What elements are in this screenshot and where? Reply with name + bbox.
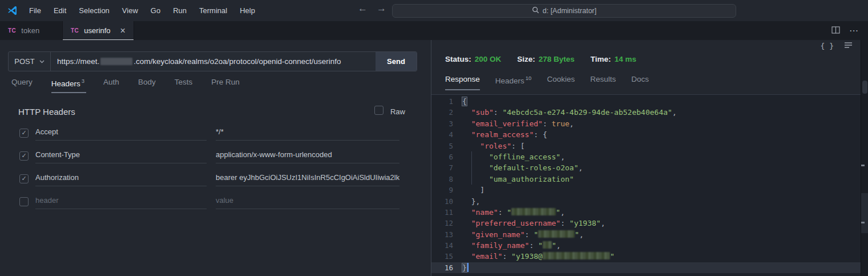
line-number: 16 (431, 262, 453, 273)
raw-checkbox[interactable] (374, 106, 383, 115)
menu-file[interactable]: File (27, 5, 43, 16)
close-icon[interactable]: × (120, 26, 126, 35)
command-center-search[interactable]: d: [Administrator] (392, 4, 736, 18)
menu-view[interactable]: View (120, 5, 140, 16)
menu-bar: FileEditSelectionViewGoRunTerminalHelp (27, 5, 257, 16)
split-editor-icon[interactable] (831, 26, 840, 36)
tab-label: userinfo (84, 26, 110, 35)
header-row: ✓Authorizationbearer eyJhbGciOiJSUzI1NiI… (19, 172, 399, 186)
request-tab-body[interactable]: Body (138, 78, 156, 93)
redacted-text (543, 241, 552, 249)
request-url-row: POST https://meet..com/keycloak/realms/o… (8, 51, 417, 71)
header-name-field[interactable]: Accept (35, 127, 207, 141)
response-tab-results[interactable]: Results (590, 75, 616, 90)
request-tab-query[interactable]: Query (11, 78, 33, 93)
code-text: "offline_access", (453, 151, 565, 162)
header-value-field[interactable]: value (216, 196, 399, 209)
minimap-slider[interactable] (861, 193, 868, 233)
header-value-field[interactable]: */* (216, 127, 399, 141)
code-line: 2 "sub": "4ebcdc5a-e274-4b29-94de-ab52eb… (431, 107, 861, 118)
status-label: Status: (445, 55, 471, 63)
header-enabled-checkbox[interactable]: ✓ (19, 129, 29, 138)
size-value: 278 Bytes (539, 55, 575, 63)
redacted-host (100, 58, 132, 65)
code-text: "default-roles-o2oa", (453, 162, 583, 173)
line-number: 14 (431, 240, 453, 251)
code-text: { (453, 96, 467, 107)
header-name-field[interactable]: Content-Type (35, 150, 207, 163)
tab-token[interactable]: TCtoken (0, 21, 63, 40)
response-tab-docs[interactable]: Docs (631, 75, 649, 90)
line-number: 13 (431, 229, 453, 240)
code-line: 15 "email": "y1938@" (431, 251, 861, 262)
menu-help[interactable]: Help (238, 5, 257, 16)
chevron-down-icon (39, 60, 45, 63)
editor-tab-strip: TCtokenTCuserinfo× ⋯ (0, 21, 868, 40)
request-tab-headers[interactable]: Headers3 (51, 78, 84, 93)
line-number: 9 (431, 185, 453, 195)
code-line: 11 "name": "", (431, 207, 861, 218)
code-line: 13 "given_name": "", (431, 229, 861, 240)
forward-button[interactable]: → (377, 3, 386, 14)
response-tab-response[interactable]: Response (445, 75, 480, 90)
header-enabled-checkbox[interactable]: ✓ (19, 174, 29, 183)
request-tab-auth[interactable]: Auth (103, 78, 119, 93)
header-rows: ✓Accept*/*✓Content-Typeapplication/x-www… (19, 126, 399, 218)
title-bar: FileEditSelectionViewGoRunTerminalHelp ←… (0, 0, 868, 21)
response-body-editor[interactable]: 1{2 "sub": "4ebcdc5a-e274-4b29-94de-ab52… (431, 94, 861, 276)
code-text: "uma_authorization" (453, 174, 574, 185)
header-name-field[interactable]: Authorization (35, 173, 207, 186)
code-text: "name": "", (453, 207, 565, 218)
line-number: 2 (431, 107, 453, 118)
header-enabled-checkbox[interactable] (19, 197, 29, 206)
code-line: 3 "email_verified": true, (431, 118, 861, 129)
code-text: "family_name": "", (453, 240, 561, 251)
code-line: 5 "roles": [ (431, 141, 861, 151)
line-number: 4 (431, 129, 453, 140)
response-tab-headers[interactable]: Headers10 (495, 75, 532, 90)
menu-selection[interactable]: Selection (77, 5, 111, 16)
header-value-field[interactable]: bearer eyJhbGciOiJSUzI1NiIsInR5cCIgOiAiS… (216, 173, 399, 186)
code-line: 12 "preferred_username": "y1938", (431, 218, 861, 229)
code-text: "realm_access": { (453, 129, 547, 140)
more-actions-icon[interactable]: ⋯ (849, 25, 859, 36)
raw-label: Raw (390, 107, 405, 116)
response-tab-cookies[interactable]: Cookies (547, 75, 575, 90)
line-number: 5 (431, 141, 453, 151)
method-select[interactable]: POST (9, 52, 51, 71)
code-line: 10 }, (431, 196, 861, 207)
header-enabled-checkbox[interactable]: ✓ (19, 151, 29, 161)
redacted-text (543, 252, 610, 259)
code-line: 7 "default-roles-o2oa", (431, 162, 861, 173)
tab-userinfo[interactable]: TCuserinfo× (63, 21, 134, 40)
line-number: 12 (431, 218, 453, 229)
code-line: 4 "realm_access": { (431, 129, 861, 140)
send-button[interactable]: Send (376, 52, 417, 71)
line-number: 11 (431, 207, 453, 218)
code-text: "email": "y1938@" (453, 251, 615, 262)
url-input[interactable]: https://meet..com/keycloak/realms/o2oa/p… (51, 52, 376, 71)
code-text: }, (453, 196, 480, 207)
back-button[interactable]: ← (358, 3, 368, 14)
format-json-icon[interactable]: { } (821, 42, 834, 50)
header-row: ✓Accept*/* (19, 126, 399, 141)
header-value-field[interactable]: application/x-www-form-urlencoded (216, 150, 399, 163)
header-name-field[interactable]: header (35, 196, 207, 209)
wrap-lines-icon[interactable] (844, 41, 853, 51)
scrollbar-strip (861, 40, 868, 276)
time-value: 14 ms (615, 55, 636, 63)
size-label: Size: (517, 55, 535, 63)
menu-terminal[interactable]: Terminal (197, 5, 229, 16)
tab-count-badge: 10 (526, 75, 532, 81)
scrollbar-thumb[interactable] (862, 81, 867, 94)
menu-go[interactable]: Go (149, 5, 162, 16)
menu-run[interactable]: Run (171, 5, 188, 16)
vscode-window: FileEditSelectionViewGoRunTerminalHelp ←… (0, 0, 868, 276)
tab-count-badge: 3 (82, 78, 84, 84)
menu-edit[interactable]: Edit (52, 5, 68, 16)
redacted-text (511, 208, 556, 215)
header-row: headervalue (19, 195, 399, 209)
request-tab-pre-run[interactable]: Pre Run (211, 78, 240, 93)
history-nav: ← → (358, 3, 386, 14)
request-tab-tests[interactable]: Tests (175, 78, 193, 93)
